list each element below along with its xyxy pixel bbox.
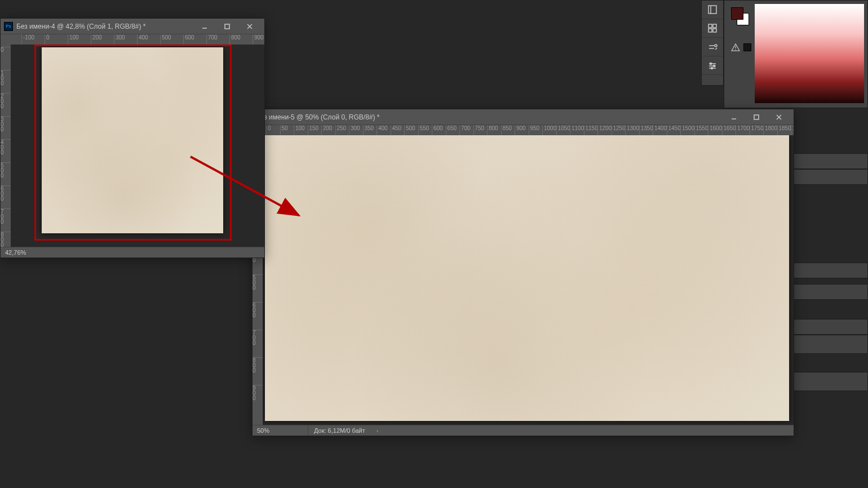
horizontal-ruler-2[interactable]: 0501001502002503003504004505005506006507…: [263, 125, 794, 136]
ruler-tick: 6 0 0: [253, 302, 263, 318]
ruler-tick: 2 0 0: [1, 93, 11, 109]
svg-point-8: [714, 65, 715, 67]
maximize-button[interactable]: [216, 21, 238, 32]
ruler-tick: 250: [335, 125, 347, 135]
ruler-tick: 8 0 0: [1, 232, 11, 247]
maximize-button[interactable]: [745, 112, 768, 123]
ruler-tick: 1150: [584, 125, 598, 135]
ruler-tick: 400: [137, 34, 148, 45]
vertical-ruler-1[interactable]: 01 0 02 0 03 0 04 0 05 0 06 0 07 0 08 0 …: [1, 45, 11, 247]
ruler-tick: 1000: [542, 125, 556, 135]
titlebar-2[interactable]: Без имени-5 @ 50% (Слой 0, RGB/8#) *: [253, 109, 794, 125]
ruler-tick: 1250: [612, 125, 626, 135]
ruler-tick: 500: [160, 34, 171, 45]
icon-dock: [701, 0, 724, 86]
document-window-2: Без имени-5 @ 50% (Слой 0, RGB/8#) * 050…: [252, 109, 794, 436]
ruler-tick: 0: [266, 125, 271, 135]
ruler-tick: 5 0 0: [1, 162, 11, 178]
ruler-tick: 1 0 0: [1, 70, 11, 86]
ruler-tick: 1500: [680, 125, 694, 135]
ruler-tick: 1750: [750, 125, 764, 135]
close-button[interactable]: [238, 21, 261, 32]
ruler-tick: 800: [487, 125, 498, 135]
ruler-tick: 1900: [791, 125, 794, 135]
canvas-2[interactable]: [265, 135, 789, 421]
ruler-tick: 50: [280, 125, 288, 135]
svg-rect-18: [225, 24, 229, 29]
ruler-tick: 400: [377, 125, 388, 135]
ruler-tick: 0: [1, 47, 11, 52]
horizontal-ruler-1[interactable]: -1000100200300400500600700800900: [11, 34, 264, 45]
gamut-warning[interactable]: [731, 43, 751, 51]
minimize-button[interactable]: [193, 21, 216, 32]
color-picker-gradient[interactable]: [755, 4, 864, 103]
svg-point-11: [735, 49, 736, 50]
zoom-level-1[interactable]: 42,76%: [1, 247, 56, 258]
ruler-tick: 700: [459, 125, 471, 135]
ruler-tick: 500: [404, 125, 415, 135]
document-window-1: Без имени-4 @ 42,8% (Слой 1, RGB/8#) * -…: [0, 18, 265, 258]
svg-point-7: [710, 63, 712, 65]
svg-point-9: [711, 68, 713, 69]
titlebar-1[interactable]: Без имени-4 @ 42,8% (Слой 1, RGB/8#) *: [1, 19, 264, 34]
ruler-tick: 600: [432, 125, 443, 135]
ruler-tick: 750: [473, 125, 485, 135]
ruler-tick: 550: [418, 125, 429, 135]
ruler-tick: 850: [501, 125, 512, 135]
status-more-arrow[interactable]: ›: [371, 427, 384, 434]
statusbar-1: 42,76%: [1, 247, 264, 258]
ruler-tick: 1700: [736, 125, 750, 135]
ruler-tick: 100: [294, 125, 305, 135]
ruler-tick: 1350: [639, 125, 653, 135]
color-panel: [724, 0, 868, 108]
canvas-1[interactable]: [42, 47, 223, 233]
svg-rect-2: [708, 24, 712, 28]
svg-rect-0: [708, 6, 716, 14]
ruler-tick: 650: [446, 125, 457, 135]
ruler-tick: 1050: [556, 125, 570, 135]
svg-rect-5: [713, 29, 716, 32]
window-1-title: Без имени-4 @ 42,8% (Слой 1, RGB/8#) *: [16, 23, 193, 30]
ruler-tick: 200: [321, 125, 333, 135]
ruler-tick: 0: [45, 34, 50, 45]
ruler-tick: 9 0 0: [253, 385, 263, 401]
ruler-tick: 1550: [694, 125, 708, 135]
adjustments-icon[interactable]: [702, 56, 723, 75]
ruler-tick: 1800: [763, 125, 777, 135]
window-2-title: Без имени-5 @ 50% (Слой 0, RGB/8#) *: [256, 113, 723, 121]
photoshop-app-icon: [4, 22, 13, 31]
zoom-level-2[interactable]: 50%: [253, 425, 308, 436]
svg-rect-14: [754, 115, 759, 119]
svg-rect-4: [708, 29, 712, 32]
ruler-tick: 350: [363, 125, 374, 135]
doc-size-info[interactable]: Док: 6,12M/0 байт: [308, 427, 371, 434]
ruler-tick: 6 0 0: [1, 185, 11, 201]
close-button[interactable]: [768, 112, 790, 123]
ruler-tick: 8 0 0: [253, 357, 263, 373]
ruler-tick: 100: [68, 34, 79, 45]
ruler-tick: 1200: [597, 125, 612, 135]
expand-panel-icon[interactable]: [702, 1, 723, 19]
color-swatch-pair[interactable]: [731, 7, 747, 23]
minimize-button[interactable]: [723, 112, 745, 123]
ruler-tick: 1450: [667, 125, 681, 135]
ruler-tick: 5 0 0: [253, 274, 263, 290]
svg-point-6: [715, 45, 717, 47]
ruler-tick: 200: [91, 34, 102, 45]
ruler-tick: 300: [349, 125, 360, 135]
swatches-icon[interactable]: [702, 19, 723, 38]
ruler-tick: 1600: [708, 125, 722, 135]
canvas-area-2[interactable]: [263, 135, 794, 425]
ruler-tick: 7 0 0: [1, 208, 11, 224]
gamut-warning-swatch[interactable]: [743, 43, 751, 51]
ruler-tick: 1850: [777, 125, 791, 135]
foreground-color-swatch[interactable]: [731, 7, 743, 20]
ruler-tick: 800: [229, 34, 241, 45]
canvas-area-1[interactable]: [11, 45, 264, 247]
ruler-tick: 700: [206, 34, 218, 45]
ruler-tick: 1650: [722, 125, 736, 135]
ruler-tick: 300: [114, 34, 125, 45]
brush-settings-icon[interactable]: [702, 38, 723, 56]
ruler-tick: 4 0 0: [1, 139, 11, 155]
ruler-tick: 7 0 0: [253, 330, 263, 345]
